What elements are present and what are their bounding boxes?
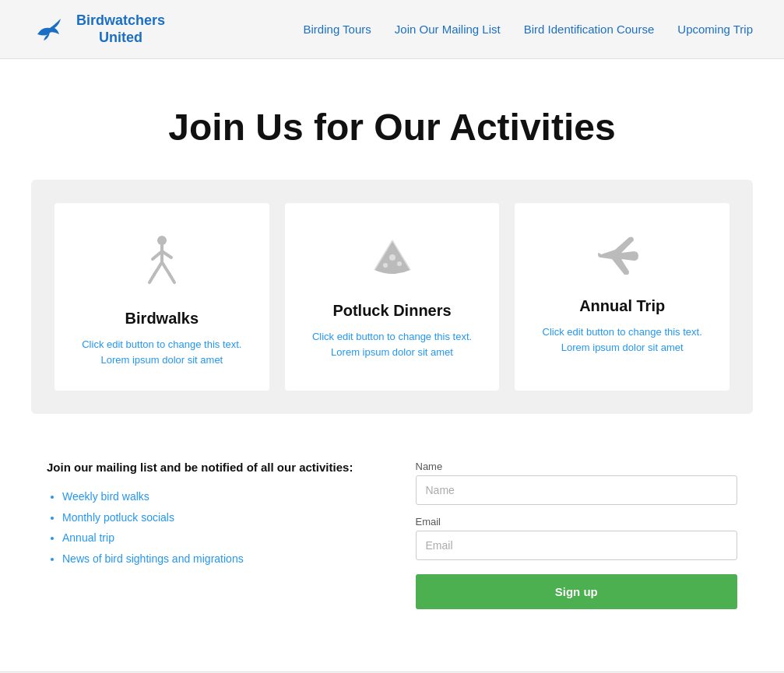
logo-text: Birdwatchers United [76, 12, 165, 46]
svg-line-6 [149, 275, 154, 282]
email-label: Email [416, 516, 738, 528]
nav-birding-tours[interactable]: Birding Tours [304, 23, 371, 36]
logo-bird-icon [31, 11, 69, 48]
svg-line-4 [154, 262, 162, 275]
site-header: Birdwatchers United Birding Tours Join O… [0, 0, 784, 59]
svg-point-8 [389, 254, 396, 261]
signup-button[interactable]: Sign up [416, 574, 738, 609]
airplane-icon [598, 234, 646, 282]
svg-line-5 [162, 262, 170, 275]
mailing-form: Name Email Sign up [416, 461, 738, 609]
name-form-group: Name [416, 461, 738, 505]
card-annual-trip-title: Annual Trip [579, 297, 665, 315]
svg-line-7 [170, 275, 174, 282]
svg-point-10 [397, 261, 402, 266]
card-potluck: Potluck Dinners Click edit button to cha… [285, 203, 500, 391]
mailing-heading: Join our mailing list and be notified of… [47, 461, 369, 474]
hero-section: Join Us for Our Activities [0, 59, 784, 180]
list-item: Monthly potluck socials [62, 507, 369, 528]
card-birdwalks-desc: Click edit button to change this text. L… [70, 337, 254, 367]
main-nav: Birding Tours Join Our Mailing List Bird… [304, 23, 753, 36]
walk-icon [142, 234, 182, 294]
name-label: Name [416, 461, 738, 472]
card-birdwalks-title: Birdwalks [125, 310, 199, 328]
list-item: News of bird sightings and migrations [62, 549, 369, 570]
email-input[interactable] [416, 531, 738, 560]
svg-point-9 [383, 263, 388, 268]
card-potluck-desc: Click edit button to change this text. L… [301, 329, 484, 359]
cards-section: Birdwalks Click edit button to change th… [31, 180, 753, 414]
nav-bird-id-course[interactable]: Bird Identification Course [524, 23, 655, 36]
mailing-info: Join our mailing list and be notified of… [47, 461, 369, 569]
nav-mailing-list[interactable]: Join Our Mailing List [395, 23, 501, 36]
nav-upcoming-trip[interactable]: Upcoming Trip [677, 23, 753, 36]
list-item: Weekly bird walks [62, 486, 369, 507]
card-birdwalks: Birdwalks Click edit button to change th… [54, 203, 269, 391]
list-item: Annual trip [62, 528, 369, 549]
name-input[interactable] [416, 475, 738, 505]
card-annual-trip: Annual Trip Click edit button to change … [515, 203, 730, 391]
mailing-section: Join our mailing list and be notified of… [0, 414, 784, 640]
logo-area: Birdwatchers United [31, 11, 165, 48]
mailing-list: Weekly bird walks Monthly potluck social… [47, 486, 369, 569]
card-potluck-title: Potluck Dinners [332, 302, 451, 320]
pizza-icon [370, 234, 415, 286]
email-form-group: Email [416, 516, 738, 560]
page-title: Join Us for Our Activities [16, 106, 768, 149]
card-annual-trip-desc: Click edit button to change this text. L… [530, 324, 714, 355]
